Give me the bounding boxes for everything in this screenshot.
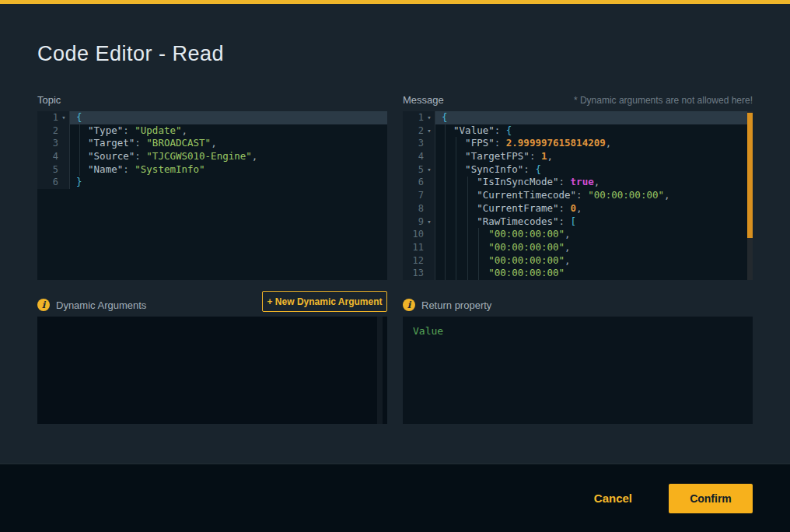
line-number: 1 bbox=[403, 111, 424, 124]
line-number: 9 bbox=[403, 215, 424, 229]
code-text: "00:00:00:00", bbox=[435, 241, 753, 254]
code-text: "TargetFPS": 1, bbox=[435, 150, 753, 163]
code-text: "SyncInfo": { bbox=[435, 163, 753, 177]
indent-guide bbox=[467, 177, 468, 281]
line-number: 2 bbox=[403, 124, 424, 138]
line-number: 7 bbox=[403, 189, 424, 202]
message-code-editor[interactable]: 1▾{2▾ "Value": {3 "FPS": 2.9999976158142… bbox=[403, 111, 753, 280]
fold-gutter bbox=[424, 254, 435, 268]
line-number: 5 bbox=[37, 163, 58, 177]
code-text: "CurrentFrame": 0, bbox=[435, 202, 753, 215]
line-number: 6 bbox=[37, 176, 58, 189]
fold-gutter bbox=[424, 189, 435, 202]
code-line: 3 "Target": "BROADCAST", bbox=[37, 137, 387, 150]
code-line: 6} bbox=[37, 176, 387, 189]
line-number: 10 bbox=[403, 228, 424, 241]
code-text: "Type": "Update", bbox=[70, 124, 387, 138]
return-property-value[interactable]: Value bbox=[403, 317, 753, 337]
fold-gutter bbox=[424, 202, 435, 215]
code-text: { bbox=[70, 111, 387, 124]
dynamic-arguments-scrollbar[interactable] bbox=[377, 317, 383, 424]
code-text: "Target": "BROADCAST", bbox=[70, 137, 387, 150]
fold-arrow-icon[interactable]: ▾ bbox=[424, 124, 435, 138]
line-number: 13 bbox=[403, 267, 424, 280]
indent-guide bbox=[478, 228, 479, 280]
indent-guide bbox=[445, 124, 446, 280]
fold-gutter bbox=[58, 137, 70, 150]
return-property-header: i Return property bbox=[403, 294, 491, 316]
code-text: "Source": "TJCGWS010-Engine", bbox=[70, 150, 387, 163]
dialog-footer: Cancel Confirm bbox=[0, 464, 790, 532]
fold-gutter bbox=[58, 150, 70, 163]
code-text: "Value": { bbox=[435, 124, 753, 138]
code-line: 1▾{ bbox=[37, 111, 387, 124]
message-scrollbar-track[interactable] bbox=[747, 111, 753, 280]
code-text: "00:00:00:00" bbox=[435, 267, 753, 280]
info-icon[interactable]: i bbox=[37, 299, 50, 311]
accent-top-bar bbox=[0, 0, 790, 4]
code-editor-dialog: Code Editor - Read Topic Message * Dynam… bbox=[0, 0, 790, 532]
code-text: { bbox=[435, 111, 753, 124]
code-line: 2▾ "Value": { bbox=[403, 124, 753, 138]
dynamic-arguments-label: Dynamic Arguments bbox=[56, 299, 146, 311]
new-dynamic-argument-button[interactable]: + New Dynamic Argument bbox=[262, 291, 387, 312]
line-number: 3 bbox=[37, 137, 58, 150]
code-text: "00:00:00:00", bbox=[435, 254, 753, 268]
dynamic-arguments-header: i Dynamic Arguments bbox=[37, 294, 146, 316]
return-property-label: Return property bbox=[421, 299, 491, 311]
return-property-field[interactable]: Value bbox=[403, 317, 753, 424]
fold-arrow-icon[interactable]: ▾ bbox=[58, 111, 70, 124]
fold-gutter bbox=[424, 150, 435, 163]
fold-gutter bbox=[58, 163, 70, 177]
code-text: "FPS": 2.999997615814209, bbox=[435, 137, 753, 150]
code-text: } bbox=[70, 176, 387, 189]
fold-gutter bbox=[424, 176, 435, 189]
code-text: "Name": "SystemInfo" bbox=[70, 163, 387, 177]
code-text: "CurrentTimecode": "00:00:00:00", bbox=[435, 189, 753, 202]
code-text: "IsInSyncMode": true, bbox=[435, 176, 753, 189]
line-number: 5 bbox=[403, 163, 424, 177]
fold-arrow-icon[interactable]: ▾ bbox=[424, 111, 435, 124]
line-number: 2 bbox=[37, 124, 58, 138]
line-number: 6 bbox=[403, 176, 424, 189]
code-text: "00:00:00:00", bbox=[435, 228, 753, 241]
dynamic-args-warning-note: * Dynamic arguments are not allowed here… bbox=[574, 95, 753, 106]
page-title: Code Editor - Read bbox=[37, 42, 224, 66]
fold-gutter bbox=[424, 241, 435, 254]
line-number: 11 bbox=[403, 241, 424, 254]
fold-gutter bbox=[424, 267, 435, 280]
code-line: 4 "Source": "TJCGWS010-Engine", bbox=[37, 150, 387, 163]
fold-gutter bbox=[424, 137, 435, 150]
fold-arrow-icon[interactable]: ▾ bbox=[424, 215, 435, 229]
fold-gutter bbox=[58, 124, 70, 138]
fold-gutter bbox=[58, 176, 70, 189]
confirm-button[interactable]: Confirm bbox=[669, 484, 753, 513]
line-number: 4 bbox=[403, 150, 424, 163]
info-icon[interactable]: i bbox=[403, 299, 415, 311]
dynamic-arguments-panel[interactable] bbox=[37, 317, 387, 424]
line-number: 4 bbox=[37, 150, 58, 163]
fold-arrow-icon[interactable]: ▾ bbox=[424, 163, 435, 177]
indent-guide bbox=[456, 137, 456, 280]
message-label: Message bbox=[403, 94, 444, 106]
line-number: 12 bbox=[403, 254, 424, 268]
topic-label: Topic bbox=[37, 94, 61, 106]
code-line: 2 "Type": "Update", bbox=[37, 124, 387, 138]
cancel-button[interactable]: Cancel bbox=[594, 492, 632, 505]
line-number: 1 bbox=[37, 111, 58, 124]
line-number: 8 bbox=[403, 202, 424, 215]
code-text: "RawTimecodes": [ bbox=[435, 215, 753, 229]
indent-guide bbox=[79, 124, 80, 177]
topic-code-editor[interactable]: 1▾{2 "Type": "Update",3 "Target": "BROAD… bbox=[37, 111, 387, 280]
fold-gutter bbox=[424, 228, 435, 241]
message-scrollbar-thumb[interactable] bbox=[747, 113, 753, 238]
code-line: 1▾{ bbox=[403, 111, 753, 124]
line-number: 3 bbox=[403, 137, 424, 150]
code-line: 5 "Name": "SystemInfo" bbox=[37, 163, 387, 177]
